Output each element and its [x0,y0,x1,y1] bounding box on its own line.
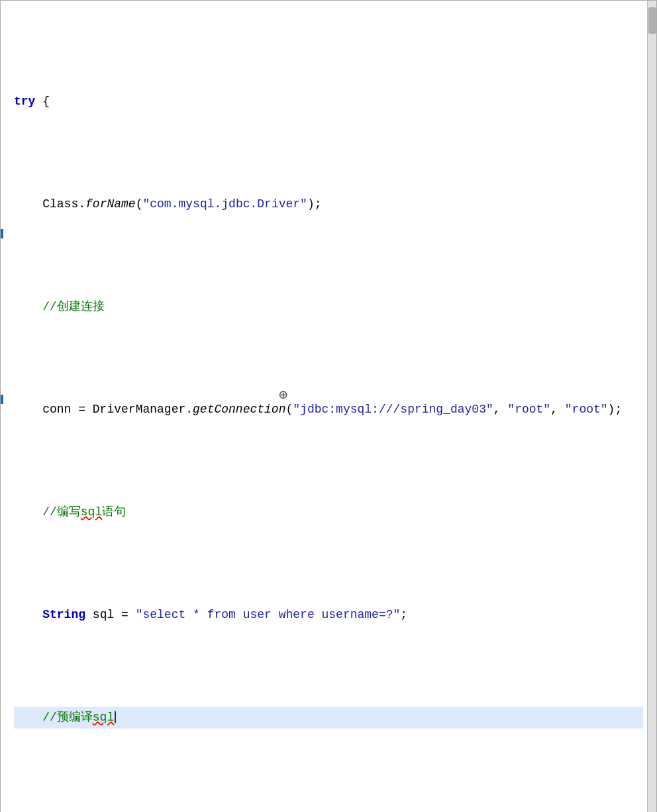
code-line-3: //创建连接 [14,296,643,318]
scrollbar-thumb[interactable] [648,7,656,34]
code-line-4: conn = DriverManager.getConnection("jdbc… [14,399,643,421]
code-line-5: //编写sql语句 [14,501,643,523]
cursor-move-icon: ⊕ [279,386,287,404]
code-line-2: Class.forName("com.mysql.jdbc.Driver"); [14,193,643,215]
left-marker-1 [1,229,3,238]
scrollbar-vertical[interactable] [647,1,656,812]
code-line-6: String sql = "select * from user where u… [14,604,643,626]
left-marker-2 [1,395,3,404]
code-editor: try { Class.forName("com.mysql.jdbc.Driv… [0,0,657,812]
code-line-1: try { [14,91,643,113]
code-line-8: psmt = conn.prepareStatement(sql); [14,809,643,812]
code-content: try { Class.forName("com.mysql.jdbc.Driv… [1,7,656,812]
code-line-7: //预编译sql [14,707,643,729]
